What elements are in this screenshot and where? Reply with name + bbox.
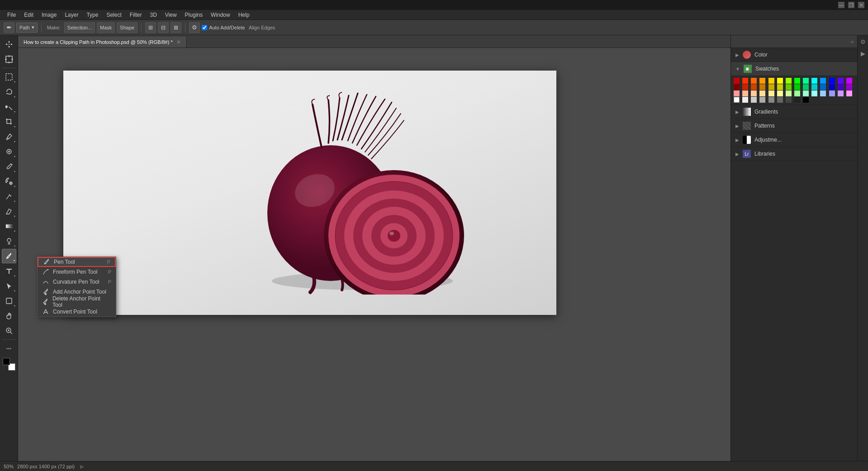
swatch[interactable] bbox=[829, 84, 835, 90]
brush-tool[interactable]: ▾ bbox=[2, 159, 16, 174]
swatch[interactable] bbox=[811, 78, 817, 84]
mask-button[interactable]: Mask bbox=[97, 22, 115, 33]
auto-add-delete-checkbox[interactable] bbox=[202, 25, 207, 30]
close-button[interactable]: ✕ bbox=[858, 2, 864, 8]
hand-tool[interactable] bbox=[2, 309, 16, 323]
swatch[interactable] bbox=[777, 97, 783, 103]
swatches-panel-header[interactable]: ▼ ▣ Swatches bbox=[731, 62, 857, 76]
right-strip-btn2[interactable]: ▶ bbox=[859, 49, 868, 58]
menu-edit[interactable]: Edit bbox=[20, 11, 37, 19]
swatch[interactable] bbox=[777, 84, 783, 90]
swatch[interactable] bbox=[838, 84, 844, 90]
swatch[interactable] bbox=[794, 90, 800, 96]
path-align-btn[interactable]: ⊟ bbox=[158, 22, 169, 33]
swatch[interactable] bbox=[751, 90, 757, 96]
right-strip-btn1[interactable]: ⚙ bbox=[859, 37, 868, 46]
swatch[interactable] bbox=[846, 78, 852, 84]
artboard-tool[interactable] bbox=[2, 52, 16, 67]
swatch[interactable] bbox=[811, 84, 817, 90]
color-chips[interactable] bbox=[2, 358, 16, 371]
swatch[interactable] bbox=[786, 97, 792, 103]
more-tools[interactable]: ••• bbox=[2, 341, 16, 356]
swatch[interactable] bbox=[820, 78, 826, 84]
path-transform-btn[interactable]: ⊠ bbox=[171, 22, 181, 33]
swatch[interactable] bbox=[751, 78, 757, 84]
swatch[interactable] bbox=[768, 90, 774, 96]
pen-mode-dropdown[interactable]: Path ▾ bbox=[16, 23, 38, 33]
pen-tool-menu-item[interactable]: Pen Tool P bbox=[38, 257, 116, 267]
menu-type[interactable]: Type bbox=[83, 11, 102, 19]
adjustments-panel-section[interactable]: ▶ Adjustme... bbox=[731, 133, 857, 147]
dodge-tool[interactable]: ▾ bbox=[2, 234, 16, 248]
swatch[interactable] bbox=[751, 97, 757, 103]
healing-tool[interactable]: ▾ bbox=[2, 144, 16, 159]
swatch[interactable] bbox=[759, 90, 765, 96]
swatch[interactable] bbox=[838, 90, 844, 96]
magic-wand-tool[interactable]: ▾ bbox=[2, 100, 16, 114]
menu-window[interactable]: Window bbox=[207, 11, 234, 19]
swatch[interactable] bbox=[846, 90, 852, 96]
zoom-tool[interactable] bbox=[2, 324, 16, 338]
freeform-pen-menu-item[interactable]: Freeform Pen Tool P bbox=[38, 267, 116, 277]
crop-tool[interactable]: ▾ bbox=[2, 114, 16, 129]
swatch[interactable] bbox=[846, 84, 852, 90]
swatch[interactable] bbox=[759, 97, 765, 103]
pen-tool-icon[interactable]: ✒ bbox=[4, 22, 14, 33]
swatch[interactable] bbox=[794, 84, 800, 90]
swatch[interactable] bbox=[777, 90, 783, 96]
document-tab[interactable]: How to create a Clipping Path in Photosh… bbox=[18, 37, 187, 48]
swatch[interactable] bbox=[838, 78, 844, 84]
type-tool[interactable]: ▾ bbox=[2, 264, 16, 278]
panel-collapse-btn[interactable]: » bbox=[851, 39, 854, 44]
marquee-tool[interactable]: ▾ bbox=[2, 70, 16, 84]
settings-btn[interactable]: ⚙ bbox=[189, 22, 200, 33]
swatch[interactable] bbox=[820, 84, 826, 90]
menu-layer[interactable]: Layer bbox=[61, 11, 82, 19]
move-tool[interactable] bbox=[2, 37, 16, 52]
swatch[interactable] bbox=[742, 97, 748, 103]
swatch[interactable] bbox=[829, 78, 835, 84]
swatch[interactable] bbox=[786, 90, 792, 96]
swatch[interactable] bbox=[786, 84, 792, 90]
path-selection-tool[interactable]: ▾ bbox=[2, 279, 16, 293]
swatch[interactable] bbox=[803, 78, 809, 84]
swatch[interactable] bbox=[803, 84, 809, 90]
swatch[interactable] bbox=[742, 78, 748, 84]
swatch[interactable] bbox=[751, 84, 757, 90]
swatch[interactable] bbox=[811, 90, 817, 96]
swatch[interactable] bbox=[734, 84, 740, 90]
status-arrow[interactable]: ▶ bbox=[80, 463, 84, 470]
swatch[interactable] bbox=[742, 90, 748, 96]
swatch[interactable] bbox=[759, 78, 765, 84]
path-ops-btn[interactable]: ⊞ bbox=[145, 22, 156, 33]
gradient-tool[interactable]: ▾ bbox=[2, 219, 16, 233]
clone-stamp-tool[interactable]: ▾ bbox=[2, 174, 16, 189]
menu-3d[interactable]: 3D bbox=[146, 11, 160, 19]
menu-image[interactable]: Image bbox=[38, 11, 60, 19]
history-brush-tool[interactable]: ▾ bbox=[2, 189, 16, 204]
swatch[interactable] bbox=[803, 97, 809, 103]
eraser-tool[interactable]: ▾ bbox=[2, 204, 16, 219]
canvas-inner[interactable]: Pen Tool P Freeform Pen Tool P Curva bbox=[18, 48, 730, 461]
eyedropper-tool[interactable]: ▾ bbox=[2, 129, 16, 144]
libraries-panel-section[interactable]: ▶ Lr Libraries bbox=[731, 147, 857, 161]
menu-view[interactable]: View bbox=[161, 11, 180, 19]
swatch[interactable] bbox=[768, 84, 774, 90]
menu-plugins[interactable]: Plugins bbox=[181, 11, 206, 19]
swatch[interactable] bbox=[768, 78, 774, 84]
gradients-panel-section[interactable]: ▶ Gradients bbox=[731, 105, 857, 119]
convert-point-menu-item[interactable]: Convert Point Tool bbox=[38, 307, 116, 317]
close-tab-icon[interactable]: ✕ bbox=[176, 39, 181, 45]
menu-select[interactable]: Select bbox=[103, 11, 125, 19]
swatch[interactable] bbox=[734, 97, 740, 103]
swatch[interactable] bbox=[759, 84, 765, 90]
curvature-pen-menu-item[interactable]: Curvature Pen Tool P bbox=[38, 277, 116, 287]
menu-filter[interactable]: Filter bbox=[126, 11, 146, 19]
selection-button[interactable]: Selection... bbox=[64, 22, 95, 33]
menu-help[interactable]: Help bbox=[235, 11, 253, 19]
shape-tool[interactable]: ▾ bbox=[2, 294, 16, 308]
swatch[interactable] bbox=[829, 90, 835, 96]
swatch[interactable] bbox=[794, 78, 800, 84]
pen-tool-btn[interactable]: ▾ bbox=[2, 249, 16, 263]
swatch[interactable] bbox=[786, 78, 792, 84]
